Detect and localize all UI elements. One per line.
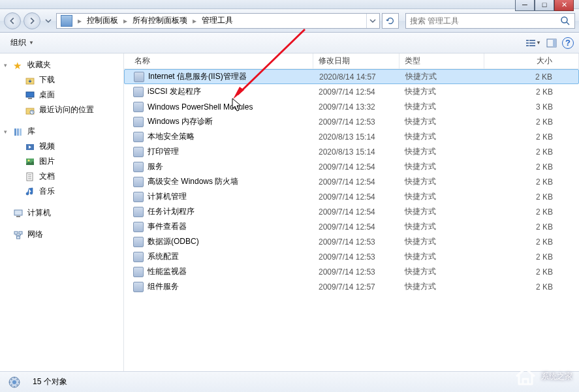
file-date: 2009/7/14 12:57	[313, 282, 399, 292]
file-row[interactable]: 高级安全 Windows 防火墙2009/7/14 12:54快捷方式2 KB	[124, 174, 579, 189]
file-date: 2009/7/14 13:32	[313, 102, 399, 112]
sidebar-item-pictures[interactable]: 图片	[0, 154, 123, 169]
search-input[interactable]	[410, 16, 560, 25]
file-size: 2 KB	[484, 117, 579, 127]
shortcut-icon	[133, 282, 144, 292]
shortcut-icon	[133, 162, 144, 172]
libraries-header[interactable]: ▾ 库	[0, 124, 123, 139]
shortcut-icon	[133, 192, 144, 202]
file-type: 快捷方式	[399, 206, 484, 217]
address-bar[interactable]: ▸ 控制面板 ▸ 所有控制面板项 ▸ 管理工具	[56, 13, 380, 29]
file-date: 2009/7/14 12:54	[313, 192, 399, 202]
file-name: Windows PowerShell Modules	[148, 102, 253, 112]
back-button[interactable]	[4, 12, 21, 29]
file-size: 2 KB	[484, 192, 579, 202]
crumb-sep-icon: ▸	[190, 16, 199, 25]
organize-button[interactable]: 组织 ▼	[5, 35, 39, 51]
file-date: 2009/7/14 12:54	[313, 87, 399, 97]
shortcut-icon	[133, 237, 144, 247]
favorites-group: ▾ ★ 收藏夹 下载 桌面 最近访问的位置	[0, 57, 123, 117]
file-name: 计算机管理	[148, 191, 187, 202]
sidebar-item-recent[interactable]: 最近访问的位置	[0, 102, 123, 117]
organize-label: 组织	[10, 37, 26, 48]
chevron-down-icon: ▼	[29, 40, 34, 46]
svg-rect-17	[20, 128, 22, 136]
file-size: 2 KB	[484, 132, 579, 142]
file-date: 2009/7/14 12:54	[313, 162, 399, 172]
svg-rect-16	[17, 128, 19, 136]
search-box[interactable]	[405, 13, 575, 29]
file-type: 快捷方式	[399, 266, 484, 277]
shortcut-icon	[133, 87, 144, 97]
file-name: Internet 信息服务(IIS)管理器	[148, 71, 247, 82]
file-rows: Internet 信息服务(IIS)管理器2020/8/14 14:57快捷方式…	[124, 69, 579, 371]
column-header-name[interactable]: 名称	[124, 53, 313, 68]
address-dropdown[interactable]	[366, 14, 378, 28]
file-type: 快捷方式	[399, 176, 484, 187]
view-button[interactable]: ▼	[525, 35, 541, 51]
file-date: 2020/8/13 15:14	[313, 147, 399, 157]
file-row[interactable]: Windows PowerShell Modules2009/7/14 13:3…	[124, 99, 579, 114]
file-type: 快捷方式	[399, 101, 484, 112]
documents-icon	[25, 172, 35, 182]
favorites-header[interactable]: ▾ ★ 收藏夹	[0, 57, 123, 72]
column-header-date[interactable]: 修改日期	[313, 53, 399, 68]
file-row[interactable]: 数据源(ODBC)2009/7/14 12:53快捷方式2 KB	[124, 234, 579, 249]
file-row[interactable]: 计算机管理2009/7/14 12:54快捷方式2 KB	[124, 189, 579, 204]
file-date: 2009/7/14 12:54	[313, 207, 399, 217]
file-name: 打印管理	[148, 146, 179, 157]
music-icon	[25, 187, 35, 197]
help-button[interactable]: ?	[562, 37, 574, 49]
file-type: 快捷方式	[399, 191, 484, 202]
column-header-type[interactable]: 类型	[399, 53, 484, 68]
forward-arrow-icon	[27, 16, 37, 25]
file-size: 2 KB	[484, 147, 579, 157]
chevron-down-icon	[45, 18, 52, 24]
file-date: 2020/8/13 15:14	[313, 132, 399, 142]
preview-pane-button[interactable]	[544, 35, 559, 51]
file-row[interactable]: Windows 内存诊断2009/7/14 12:53快捷方式2 KB	[124, 114, 579, 129]
breadcrumb-item[interactable]: 控制面板	[84, 14, 121, 28]
file-row[interactable]: 事件查看器2009/7/14 12:54快捷方式2 KB	[124, 219, 579, 234]
refresh-button[interactable]	[382, 13, 399, 29]
svg-line-1	[567, 22, 569, 25]
file-size: 2 KB	[484, 162, 579, 172]
sidebar-item-label: 桌面	[39, 89, 55, 100]
computer-header[interactable]: 计算机	[0, 205, 123, 220]
file-size: 2 KB	[484, 267, 579, 277]
crumb-sep-icon: ▸	[75, 16, 84, 25]
file-row[interactable]: 系统配置2009/7/14 12:53快捷方式2 KB	[124, 249, 579, 264]
preview-icon	[546, 38, 557, 48]
sidebar-item-videos[interactable]: 视频	[0, 139, 123, 154]
search-icon	[560, 16, 571, 26]
network-header[interactable]: 网络	[0, 227, 123, 242]
svg-rect-25	[14, 210, 22, 215]
breadcrumb-item[interactable]: 管理工具	[199, 14, 236, 28]
sidebar-item-desktop[interactable]: 桌面	[0, 87, 123, 102]
breadcrumb-item[interactable]: 所有控制面板项	[130, 14, 190, 28]
forward-button[interactable]	[23, 12, 40, 29]
file-row[interactable]: 打印管理2020/8/13 15:14快捷方式2 KB	[124, 144, 579, 159]
sidebar-item-downloads[interactable]: 下载	[0, 72, 123, 87]
file-row[interactable]: iSCSI 发起程序2009/7/14 12:54快捷方式2 KB	[124, 84, 579, 99]
file-row[interactable]: 组件服务2009/7/14 12:57快捷方式2 KB	[124, 279, 579, 294]
file-row[interactable]: Internet 信息服务(IIS)管理器2020/8/14 14:57快捷方式…	[124, 69, 579, 84]
file-row[interactable]: 本地安全策略2020/8/13 15:14快捷方式2 KB	[124, 129, 579, 144]
history-dropdown[interactable]	[43, 13, 54, 29]
file-date: 2009/7/14 12:54	[313, 222, 399, 232]
file-date: 2009/7/14 12:53	[313, 267, 399, 277]
network-group: 网络	[0, 227, 123, 242]
close-button[interactable]: ✕	[554, 0, 574, 11]
file-row[interactable]: 服务2009/7/14 12:54快捷方式2 KB	[124, 159, 579, 174]
file-name: 任务计划程序	[148, 206, 195, 217]
minimize-button[interactable]: ─	[515, 0, 535, 11]
column-header-size[interactable]: 大小	[484, 53, 579, 68]
control-panel-icon	[61, 15, 72, 27]
sidebar-item-documents[interactable]: 文档	[0, 169, 123, 184]
svg-point-31	[12, 380, 16, 384]
sidebar-item-label: 最近访问的位置	[39, 104, 94, 115]
sidebar-item-music[interactable]: 音乐	[0, 184, 123, 199]
maximize-button[interactable]: □	[535, 0, 554, 11]
file-row[interactable]: 性能监视器2009/7/14 12:53快捷方式2 KB	[124, 264, 579, 279]
file-row[interactable]: 任务计划程序2009/7/14 12:54快捷方式2 KB	[124, 204, 579, 219]
